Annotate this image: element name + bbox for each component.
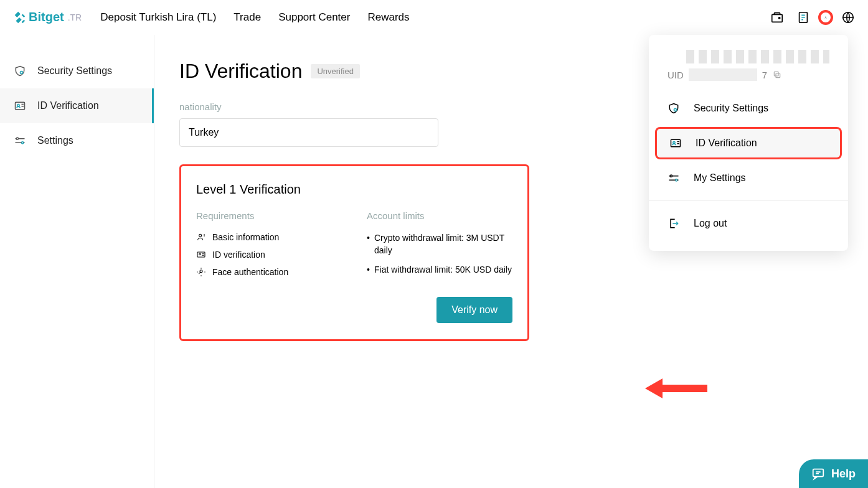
card-columns: Requirements Basic information ID verifi… bbox=[196, 210, 512, 284]
dropdown-separator bbox=[649, 200, 848, 201]
nav-deposit[interactable]: Deposit Turkish Lira (TL) bbox=[100, 11, 216, 24]
redacted-email bbox=[686, 50, 829, 63]
chat-icon bbox=[811, 467, 825, 481]
dropdown-mysettings[interactable]: My Settings bbox=[649, 162, 848, 194]
redacted-uid bbox=[689, 68, 757, 81]
wallet-icon[interactable] bbox=[770, 10, 785, 25]
svg-point-20 bbox=[200, 270, 202, 273]
person-icon bbox=[196, 232, 206, 242]
profile-dropdown: UID 7 Security Settings ID Verification … bbox=[649, 35, 848, 251]
svg-rect-6 bbox=[775, 72, 779, 76]
logo-icon bbox=[12, 11, 26, 24]
svg-point-17 bbox=[199, 234, 202, 237]
logo-text: Bitget bbox=[29, 10, 64, 24]
logo[interactable]: Bitget .TR bbox=[12, 10, 82, 24]
requirement-label: Basic information bbox=[212, 232, 279, 242]
dropdown-security-label: Security Settings bbox=[694, 103, 768, 114]
sidebar-item-idverif[interactable]: ID Verification bbox=[0, 88, 154, 123]
header-right bbox=[770, 10, 856, 25]
nav-rewards[interactable]: Rewards bbox=[367, 11, 409, 24]
uid-row: UID 7 bbox=[649, 68, 848, 92]
uid-tail: 7 bbox=[762, 70, 767, 80]
nav-support[interactable]: Support Center bbox=[278, 11, 350, 24]
status-badge: Unverified bbox=[311, 64, 360, 78]
sidebar: Security Settings ID Verification Settin… bbox=[0, 35, 154, 488]
dropdown-idverif[interactable]: ID Verification bbox=[655, 127, 842, 159]
limits-col: Account limits Crypto withdrawal limit: … bbox=[367, 210, 512, 284]
face-icon bbox=[196, 267, 206, 277]
shield-icon bbox=[668, 102, 680, 115]
logout-icon bbox=[668, 217, 680, 230]
id-card-icon bbox=[14, 100, 26, 112]
verify-now-button[interactable]: Verify now bbox=[436, 297, 512, 323]
svg-rect-5 bbox=[776, 73, 780, 78]
sidebar-item-label: Settings bbox=[37, 135, 73, 146]
logo-suffix: .TR bbox=[68, 12, 82, 22]
dropdown-mysettings-label: My Settings bbox=[694, 172, 746, 184]
copy-icon[interactable] bbox=[772, 70, 782, 80]
annotation-arrow bbox=[645, 376, 707, 401]
limits-heading: Account limits bbox=[367, 210, 512, 221]
svg-rect-18 bbox=[197, 252, 205, 257]
svg-rect-13 bbox=[16, 102, 25, 110]
svg-rect-0 bbox=[772, 14, 783, 22]
svg-rect-21 bbox=[813, 469, 824, 477]
svg-point-9 bbox=[673, 142, 675, 144]
svg-point-11 bbox=[676, 179, 677, 181]
uid-label: UID bbox=[668, 70, 684, 80]
svg-point-16 bbox=[22, 142, 24, 144]
id-small-icon bbox=[196, 250, 206, 260]
dropdown-security[interactable]: Security Settings bbox=[649, 92, 848, 124]
limit-crypto: Crypto withdrawal limit: 3M USDT daily bbox=[367, 232, 512, 256]
globe-icon[interactable] bbox=[841, 10, 856, 25]
top-nav: Deposit Turkish Lira (TL) Trade Support … bbox=[100, 11, 409, 24]
requirements-heading: Requirements bbox=[196, 210, 342, 221]
svg-point-1 bbox=[779, 17, 780, 18]
svg-point-10 bbox=[670, 175, 672, 177]
sidebar-item-label: Security Settings bbox=[37, 65, 112, 77]
header: Bitget .TR Deposit Turkish Lira (TL) Tra… bbox=[0, 0, 868, 35]
dropdown-logout-label: Log out bbox=[694, 218, 727, 229]
requirement-id: ID verification bbox=[196, 250, 342, 260]
sidebar-item-label: ID Verification bbox=[37, 100, 99, 111]
page-title: ID Verification bbox=[179, 60, 302, 83]
card-title: Level 1 Verification bbox=[196, 182, 512, 197]
nationality-input[interactable] bbox=[179, 118, 438, 147]
dropdown-idverif-label: ID Verification bbox=[696, 138, 757, 149]
svg-point-15 bbox=[16, 138, 18, 139]
verification-card: Level 1 Verification Requirements Basic … bbox=[179, 164, 529, 341]
requirement-label: Face authentication bbox=[212, 267, 288, 277]
id-card-icon bbox=[669, 137, 682, 149]
requirements-col: Requirements Basic information ID verifi… bbox=[196, 210, 342, 284]
help-label: Help bbox=[831, 467, 856, 481]
profile-icon[interactable] bbox=[818, 10, 833, 25]
svg-point-3 bbox=[825, 16, 826, 17]
help-button[interactable]: Help bbox=[799, 459, 868, 488]
svg-point-12 bbox=[20, 71, 22, 73]
dropdown-logout[interactable]: Log out bbox=[649, 207, 848, 240]
nav-trade[interactable]: Trade bbox=[234, 11, 261, 24]
shield-icon bbox=[14, 65, 26, 77]
sidebar-item-security[interactable]: Security Settings bbox=[0, 54, 154, 88]
sliders-icon bbox=[14, 134, 26, 147]
sliders-icon bbox=[668, 172, 680, 184]
svg-point-14 bbox=[17, 105, 19, 106]
svg-point-7 bbox=[674, 108, 676, 111]
requirement-label: ID verification bbox=[212, 250, 265, 260]
limit-fiat: Fiat withdrawal limit: 50K USD daily bbox=[367, 264, 512, 276]
svg-rect-8 bbox=[671, 139, 681, 147]
requirement-basic-info: Basic information bbox=[196, 232, 342, 242]
sidebar-item-settings[interactable]: Settings bbox=[0, 123, 154, 158]
orders-icon[interactable] bbox=[796, 10, 811, 25]
svg-point-19 bbox=[199, 253, 201, 255]
requirement-face: Face authentication bbox=[196, 267, 342, 277]
